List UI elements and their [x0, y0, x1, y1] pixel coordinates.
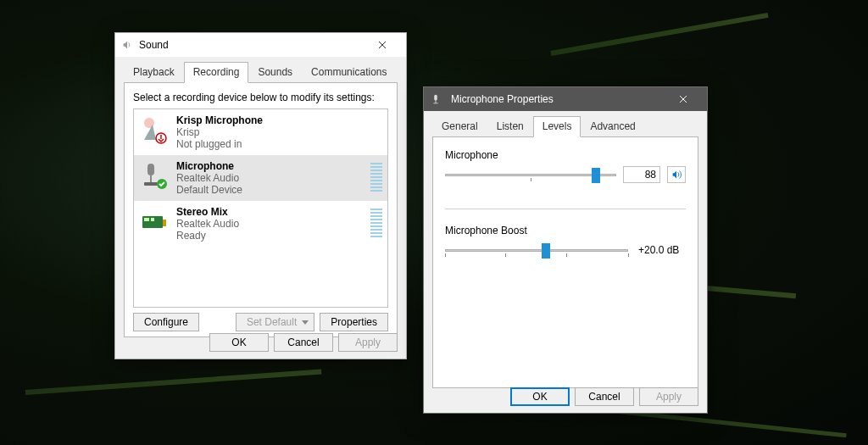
sound-footer: OK Cancel Apply [209, 333, 398, 352]
desktop-wallpaper: Sound Playback Recording Sounds Communic… [0, 0, 868, 445]
device-sub: Realtek Audio [176, 218, 239, 230]
stereo-mix-icon [139, 206, 170, 236]
device-row-stereo-mix[interactable]: Stereo Mix Realtek Audio Ready [134, 201, 387, 247]
device-row-krisp[interactable]: Krisp Microphone Krisp Not plugged in [134, 109, 387, 155]
sound-tab-body: Select a recording device below to modif… [124, 83, 398, 337]
mic-boost-value: +20.0 dB [635, 244, 686, 256]
sound-tabstrip: Playback Recording Sounds Communications [115, 57, 406, 83]
device-status: Default Device [176, 184, 242, 196]
device-button-row: Configure Set Default Properties [133, 313, 388, 331]
mic-boost-section: Microphone Boost +20.0 dB [445, 225, 686, 259]
microphone-icon [139, 160, 170, 191]
vu-meter [370, 209, 382, 239]
tab-general[interactable]: General [432, 116, 487, 137]
configure-button[interactable]: Configure [133, 313, 199, 331]
tab-sounds[interactable]: Sounds [248, 62, 302, 83]
mic-level-value[interactable] [623, 166, 660, 183]
speaker-icon[interactable] [667, 166, 686, 183]
mic-tabstrip: General Listen Levels Advanced [424, 111, 707, 137]
close-button[interactable] [364, 33, 401, 57]
sound-titlebar[interactable]: Sound [115, 33, 406, 57]
device-sub: Realtek Audio [176, 172, 242, 184]
sound-icon [120, 38, 134, 52]
krisp-icon [139, 114, 170, 145]
svg-rect-10 [434, 95, 437, 101]
mic-level-label: Microphone [445, 149, 686, 161]
wallpaper-decor [550, 13, 768, 56]
device-name: Microphone [176, 160, 242, 172]
mic-titlebar[interactable]: Microphone Properties [424, 87, 707, 111]
svg-rect-7 [144, 218, 149, 221]
mic-title: Microphone Properties [448, 93, 665, 105]
tab-communications[interactable]: Communications [302, 62, 396, 83]
sound-dialog: Sound Playback Recording Sounds Communic… [114, 32, 407, 359]
svg-rect-8 [151, 218, 154, 221]
svg-rect-12 [433, 103, 437, 103]
mic-boost-label: Microphone Boost [445, 225, 686, 236]
slider-thumb[interactable] [542, 243, 550, 259]
mic-footer: OK Cancel Apply [510, 387, 698, 406]
ok-button[interactable]: OK [209, 333, 269, 352]
close-button[interactable] [665, 87, 702, 111]
svg-rect-11 [436, 101, 437, 103]
mic-properties-dialog: Microphone Properties General Listen Lev… [423, 86, 708, 414]
tab-levels[interactable]: Levels [533, 116, 581, 137]
device-row-microphone[interactable]: Microphone Realtek Audio Default Device [134, 155, 387, 201]
tab-advanced[interactable]: Advanced [581, 116, 644, 137]
tab-listen[interactable]: Listen [487, 116, 533, 137]
device-status: Ready [176, 230, 239, 242]
mic-level-section: Microphone [445, 149, 686, 183]
device-sub: Krisp [176, 126, 263, 138]
mic-title-icon [429, 92, 442, 106]
mic-boost-slider[interactable] [445, 242, 628, 259]
device-status: Not plugged in [176, 138, 263, 150]
divider [445, 209, 686, 209]
properties-button[interactable]: Properties [320, 313, 388, 331]
tab-playback[interactable]: Playback [124, 62, 184, 83]
device-name: Krisp Microphone [176, 114, 263, 126]
cancel-button[interactable]: Cancel [274, 333, 333, 352]
apply-button[interactable]: Apply [338, 333, 398, 352]
vu-meter [370, 163, 382, 193]
chevron-down-icon [302, 320, 309, 325]
ok-button[interactable]: OK [510, 387, 570, 406]
svg-rect-3 [150, 175, 152, 182]
instruction-text: Select a recording device below to modif… [133, 92, 388, 103]
slider-thumb[interactable] [592, 168, 600, 183]
mic-level-slider[interactable] [445, 166, 616, 183]
tab-recording[interactable]: Recording [184, 62, 249, 83]
svg-rect-9 [163, 220, 166, 226]
wallpaper-decor [25, 370, 322, 395]
mic-tab-body: Microphone Microphone Boost [432, 137, 698, 388]
svg-rect-2 [147, 164, 154, 175]
cancel-button[interactable]: Cancel [575, 387, 634, 406]
sound-title: Sound [139, 39, 364, 51]
device-name: Stereo Mix [176, 206, 239, 218]
apply-button[interactable]: Apply [639, 387, 698, 406]
set-default-button[interactable]: Set Default [236, 313, 314, 331]
svg-rect-4 [144, 182, 158, 186]
device-list[interactable]: Krisp Microphone Krisp Not plugged in [133, 108, 388, 308]
